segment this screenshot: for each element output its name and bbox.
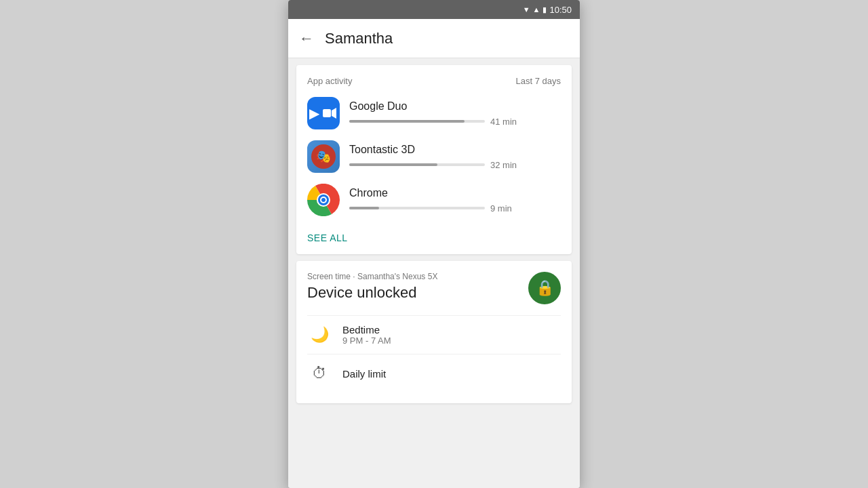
screen-time-subtitle: Screen time · Samantha's Nexus 5X — [307, 272, 437, 281]
status-time: 10:50 — [549, 5, 572, 15]
header: ← Samantha — [288, 19, 580, 58]
google-duo-icon — [307, 97, 340, 129]
bedtime-value: 9 PM - 7 AM — [342, 336, 561, 346]
lock-icon: 🔒 — [536, 279, 554, 297]
section-label: App activity — [307, 76, 352, 86]
app-item-chrome: Chrome 9 min — [307, 184, 561, 216]
daily-limit-info: Daily limit — [342, 368, 561, 380]
battery-icon: ▮ — [542, 5, 547, 14]
app-name-chrome: Chrome — [349, 187, 561, 199]
app-name-duo: Google Duo — [349, 100, 561, 113]
svg-point-7 — [321, 198, 326, 202]
app-info-toontastic: Toontastic 3D 32 min — [349, 144, 561, 170]
app-bar-container-toontastic: 32 min — [349, 160, 561, 170]
app-time-chrome: 9 min — [490, 203, 512, 214]
chrome-icon — [307, 184, 340, 216]
see-all-button[interactable]: SEE ALL — [307, 227, 561, 243]
app-bar-container-duo: 41 min — [349, 117, 561, 127]
status-bar: ▼ ▲ ▮ 10:50 — [288, 0, 580, 19]
wifi-icon: ▼ — [523, 5, 530, 14]
app-time-duo: 41 min — [490, 117, 517, 127]
app-bar-track-toontastic — [349, 163, 485, 166]
app-item-google-duo: Google Duo 41 min — [307, 97, 561, 129]
app-item-toontastic: 🎭 Toontastic 3D 32 min — [307, 140, 561, 173]
moon-icon: 🌙 — [307, 323, 332, 347]
bedtime-info: Bedtime 9 PM - 7 AM — [342, 324, 561, 346]
app-bar-fill-toontastic — [349, 163, 437, 166]
period-label: Last 7 days — [516, 76, 561, 86]
toontastic-icon: 🎭 — [307, 140, 340, 173]
screen-time-card: Screen time · Samantha's Nexus 5X Device… — [296, 261, 572, 403]
app-time-toontastic: 32 min — [490, 160, 517, 170]
main-content: App activity Last 7 days Google Duo — [288, 58, 580, 488]
app-bar-track-duo — [349, 120, 485, 123]
status-icons: ▼ ▲ ▮ 10:50 — [523, 5, 572, 15]
phone-container: ▼ ▲ ▮ 10:50 ← Samantha App activity Last… — [288, 0, 580, 488]
chrome-svg — [307, 184, 340, 216]
bedtime-label: Bedtime — [342, 324, 561, 336]
svg-rect-1 — [323, 109, 331, 117]
lock-button[interactable]: 🔒 — [528, 272, 561, 304]
page-title: Samantha — [325, 30, 393, 47]
daily-limit-item[interactable]: ⏱ Daily limit — [307, 354, 561, 392]
bedtime-item[interactable]: 🌙 Bedtime 9 PM - 7 AM — [307, 315, 561, 354]
screen-time-header: Screen time · Samantha's Nexus 5X Device… — [307, 272, 561, 304]
app-bar-container-chrome: 9 min — [349, 203, 561, 214]
screen-time-text: Screen time · Samantha's Nexus 5X Device… — [307, 272, 437, 302]
app-bar-fill-chrome — [349, 207, 379, 209]
clock-icon: ⏱ — [307, 361, 332, 386]
app-info-chrome: Chrome 9 min — [349, 187, 561, 214]
app-bar-track-chrome — [349, 207, 485, 209]
duo-svg — [319, 104, 338, 123]
daily-limit-label: Daily limit — [342, 368, 561, 380]
back-button[interactable]: ← — [299, 30, 314, 47]
screen-time-title: Device unlocked — [307, 284, 437, 302]
card-header: App activity Last 7 days — [307, 76, 561, 86]
app-name-toontastic: Toontastic 3D — [349, 144, 561, 156]
app-info-duo: Google Duo 41 min — [349, 100, 561, 127]
app-bar-fill-duo — [349, 120, 465, 123]
signal-icon: ▲ — [533, 5, 540, 14]
app-activity-card: App activity Last 7 days Google Duo — [296, 65, 572, 254]
toontastic-inner: 🎭 — [311, 144, 336, 169]
